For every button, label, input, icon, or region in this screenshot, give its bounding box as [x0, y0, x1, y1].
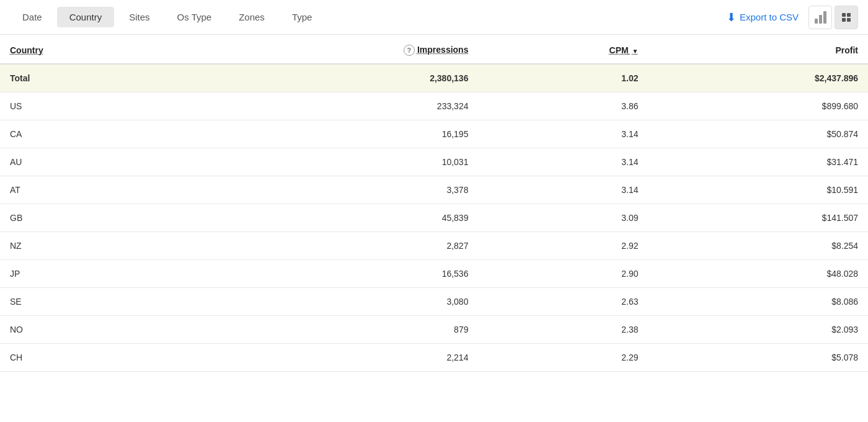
cell-profit: $50.874 — [649, 120, 868, 148]
cell-country: AU — [0, 148, 185, 176]
column-header-country[interactable]: Country — [0, 35, 185, 64]
table-row: JP 16,536 2.90 $48.028 — [0, 260, 868, 288]
cell-profit: $8.086 — [649, 288, 868, 316]
chart-view-button[interactable] — [808, 6, 832, 29]
total-row: Total 2,380,136 1.02 $2,437.896 — [0, 64, 868, 92]
cell-profit: $8.254 — [649, 232, 868, 260]
cell-cpm: 2.90 — [478, 260, 648, 288]
cell-impressions: 2,214 — [185, 344, 479, 372]
cell-cpm: 3.14 — [478, 148, 648, 176]
column-header-impressions[interactable]: ?Impressions — [185, 35, 479, 64]
tab-country[interactable]: Country — [57, 7, 115, 27]
total-cpm: 1.02 — [478, 64, 648, 92]
cell-country: CA — [0, 120, 185, 148]
tab-bar: Date Country Sites Os Type Zones Type ⬇ … — [0, 0, 868, 35]
cell-impressions: 3,080 — [185, 288, 479, 316]
column-header-cpm[interactable]: CPM ▼ — [478, 35, 648, 64]
cell-profit: $10.591 — [649, 176, 868, 204]
tab-date[interactable]: Date — [10, 7, 55, 27]
cell-impressions: 16,195 — [185, 120, 479, 148]
cell-cpm: 3.09 — [478, 204, 648, 232]
cell-cpm: 2.92 — [478, 232, 648, 260]
cell-impressions: 3,378 — [185, 176, 479, 204]
cell-country: AT — [0, 176, 185, 204]
cell-impressions: 45,839 — [185, 204, 479, 232]
cell-cpm: 3.86 — [478, 92, 648, 120]
cell-country: NO — [0, 316, 185, 344]
cell-cpm: 2.29 — [478, 344, 648, 372]
grid-icon — [842, 13, 851, 22]
table-row: CA 16,195 3.14 $50.874 — [0, 120, 868, 148]
table-row: SE 3,080 2.63 $8.086 — [0, 288, 868, 316]
export-csv-button[interactable]: ⬇ Export to CSV — [727, 11, 799, 24]
tab-type[interactable]: Type — [280, 7, 325, 27]
cell-impressions: 233,324 — [185, 92, 479, 120]
cell-cpm: 2.63 — [478, 288, 648, 316]
table-header-row: Country ?Impressions CPM ▼ Profit — [0, 35, 868, 64]
cell-cpm: 2.38 — [478, 316, 648, 344]
cell-profit: $31.471 — [649, 148, 868, 176]
download-icon: ⬇ — [727, 11, 736, 24]
table-row: US 233,324 3.86 $899.680 — [0, 92, 868, 120]
table-view-button[interactable] — [835, 6, 858, 29]
tabs: Date Country Sites Os Type Zones Type — [10, 7, 727, 27]
impressions-help-icon[interactable]: ? — [404, 45, 415, 56]
cell-impressions: 10,031 — [185, 148, 479, 176]
cell-impressions: 879 — [185, 316, 479, 344]
cell-country: US — [0, 92, 185, 120]
table-row: AU 10,031 3.14 $31.471 — [0, 148, 868, 176]
toolbar-actions: ⬇ Export to CSV — [727, 6, 858, 29]
cell-impressions: 16,536 — [185, 260, 479, 288]
cell-country: GB — [0, 204, 185, 232]
table-row: NZ 2,827 2.92 $8.254 — [0, 232, 868, 260]
cell-impressions: 2,827 — [185, 232, 479, 260]
table-row: AT 3,378 3.14 $10.591 — [0, 176, 868, 204]
bar-chart-icon — [815, 11, 826, 24]
cell-profit: $899.680 — [649, 92, 868, 120]
cell-profit: $141.507 — [649, 204, 868, 232]
total-country: Total — [0, 64, 185, 92]
cell-country: NZ — [0, 232, 185, 260]
table-row: GB 45,839 3.09 $141.507 — [0, 204, 868, 232]
cell-country: CH — [0, 344, 185, 372]
export-label: Export to CSV — [740, 12, 799, 22]
cell-country: SE — [0, 288, 185, 316]
data-table: Country ?Impressions CPM ▼ Profit Total … — [0, 35, 868, 372]
table-row: CH 2,214 2.29 $5.078 — [0, 344, 868, 372]
cell-profit: $48.028 — [649, 260, 868, 288]
cell-profit: $2.093 — [649, 316, 868, 344]
total-impressions: 2,380,136 — [185, 64, 479, 92]
table-body: Total 2,380,136 1.02 $2,437.896 US 233,3… — [0, 64, 868, 372]
cell-cpm: 3.14 — [478, 120, 648, 148]
tab-sites[interactable]: Sites — [117, 7, 162, 27]
data-table-container: Country ?Impressions CPM ▼ Profit Total … — [0, 35, 868, 372]
column-header-profit[interactable]: Profit — [649, 35, 868, 64]
tab-zones[interactable]: Zones — [226, 7, 277, 27]
cell-profit: $5.078 — [649, 344, 868, 372]
sort-arrow-icon: ▼ — [632, 48, 639, 55]
cell-cpm: 3.14 — [478, 176, 648, 204]
view-toggle — [808, 6, 858, 29]
table-row: NO 879 2.38 $2.093 — [0, 316, 868, 344]
cell-country: JP — [0, 260, 185, 288]
total-profit: $2,437.896 — [649, 64, 868, 92]
tab-os-type[interactable]: Os Type — [165, 7, 224, 27]
